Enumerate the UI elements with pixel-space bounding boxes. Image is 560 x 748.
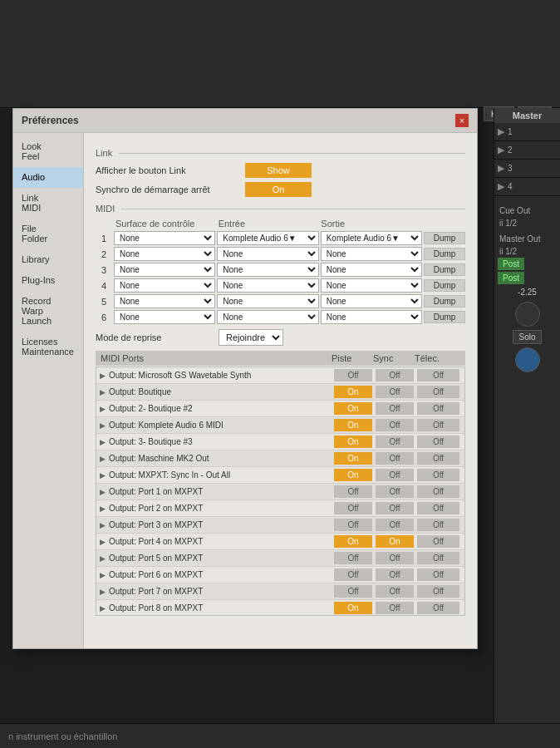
port-arrow-9: ▶ bbox=[100, 504, 106, 513]
port-telec-btn-11[interactable]: Off bbox=[417, 535, 459, 548]
port-piste-btn-14[interactable]: Off bbox=[334, 585, 372, 598]
dump-btn-5[interactable]: Dump bbox=[424, 295, 465, 308]
port-telec-btn-12[interactable]: Off bbox=[417, 552, 459, 564]
sync-on-button[interactable]: On bbox=[245, 182, 312, 197]
port-label-6: Output: Maschine MK2 Out bbox=[109, 454, 209, 463]
sync-label: Synchro de démarrage arrêt bbox=[96, 185, 245, 194]
sidebar-item-licenses[interactable]: Licenses Maintenance bbox=[13, 332, 83, 362]
port-piste-btn-15[interactable]: On bbox=[334, 602, 372, 614]
port-sync-btn-2[interactable]: Off bbox=[376, 386, 414, 398]
midi-row-1: 1 None Komplete Audio 6▼ Komplete Audio … bbox=[96, 231, 465, 245]
midi-output-1[interactable]: Komplete Audio 6▼ bbox=[321, 231, 422, 245]
port-piste-btn-2[interactable]: On bbox=[334, 386, 372, 398]
port-telec-btn-14[interactable]: Off bbox=[417, 585, 459, 598]
sidebar-item-look[interactable]: Look Feel bbox=[13, 136, 83, 167]
post-button-2[interactable]: Post bbox=[498, 272, 524, 284]
telec-header: Télec. bbox=[415, 353, 460, 363]
port-label-13: Output: Port 6 on MXPXT bbox=[109, 570, 203, 579]
volume-knob[interactable] bbox=[515, 302, 540, 327]
port-sync-btn-14[interactable]: Off bbox=[376, 585, 414, 598]
port-sync-btn-3[interactable]: Off bbox=[376, 402, 414, 415]
sidebar-item-link[interactable]: Link MIDI bbox=[13, 188, 83, 219]
port-label-5: Output: 3- Boutique #3 bbox=[109, 437, 193, 446]
post-button-1[interactable]: Post bbox=[498, 258, 524, 270]
midi-input-3[interactable]: None bbox=[217, 263, 318, 277]
port-piste-btn-1[interactable]: Off bbox=[334, 369, 372, 381]
dump-btn-4[interactable]: Dump bbox=[424, 279, 465, 292]
solo-button[interactable]: Solo bbox=[513, 330, 541, 344]
sidebar-item-audio[interactable]: Audio bbox=[13, 167, 83, 188]
port-telec-btn-4[interactable]: Off bbox=[417, 419, 459, 431]
midi-output-3[interactable]: None bbox=[321, 263, 422, 277]
show-link-button[interactable]: Show bbox=[245, 163, 312, 178]
midi-surface-2[interactable]: None bbox=[114, 247, 215, 261]
port-sync-btn-8[interactable]: Off bbox=[376, 485, 414, 498]
port-sync-btn-12[interactable]: Off bbox=[376, 552, 414, 564]
port-telec-btn-9[interactable]: Off bbox=[417, 502, 459, 514]
port-sync-btn-10[interactable]: Off bbox=[376, 519, 414, 531]
sidebar-item-record[interactable]: Record Warp Launch bbox=[13, 291, 83, 332]
dump-btn-3[interactable]: Dump bbox=[424, 263, 465, 276]
port-piste-btn-6[interactable]: On bbox=[334, 452, 372, 465]
port-telec-btn-3[interactable]: Off bbox=[417, 402, 459, 415]
port-arrow-5: ▶ bbox=[100, 438, 106, 446]
midi-output-6[interactable]: None bbox=[321, 310, 422, 324]
port-telec-btn-13[interactable]: Off bbox=[417, 568, 459, 581]
port-telec-btn-2[interactable]: Off bbox=[417, 386, 459, 398]
mode-select[interactable]: Rejoindre bbox=[219, 329, 283, 346]
port-piste-btn-8[interactable]: Off bbox=[334, 485, 372, 498]
port-sync-btn-6[interactable]: Off bbox=[376, 452, 414, 465]
port-telec-btn-5[interactable]: Off bbox=[417, 436, 459, 448]
pan-knob[interactable] bbox=[515, 347, 540, 372]
port-piste-btn-5[interactable]: On bbox=[334, 436, 372, 448]
port-telec-btn-6[interactable]: Off bbox=[417, 452, 459, 465]
midi-output-2[interactable]: None bbox=[321, 247, 422, 261]
port-telec-btn-10[interactable]: Off bbox=[417, 519, 459, 531]
mode-label: Mode de reprise bbox=[96, 332, 212, 342]
port-sync-btn-5[interactable]: Off bbox=[376, 436, 414, 448]
midi-input-4[interactable]: None bbox=[217, 278, 318, 293]
dump-btn-2[interactable]: Dump bbox=[424, 248, 465, 260]
port-arrow-3: ▶ bbox=[100, 405, 106, 413]
port-piste-btn-12[interactable]: Off bbox=[334, 552, 372, 564]
midi-surface-4[interactable]: None bbox=[114, 278, 215, 293]
midi-surface-1[interactable]: None bbox=[114, 231, 215, 245]
port-piste-btn-3[interactable]: On bbox=[334, 402, 372, 415]
port-piste-btn-13[interactable]: Off bbox=[334, 568, 372, 581]
port-sync-btn-1[interactable]: Off bbox=[376, 369, 414, 381]
port-sync-btn-13[interactable]: Off bbox=[376, 568, 414, 581]
midi-input-5[interactable]: None bbox=[217, 294, 318, 308]
port-sync-btn-15[interactable]: Off bbox=[376, 602, 414, 614]
port-telec-btn-1[interactable]: Off bbox=[417, 369, 459, 381]
sidebar-item-file[interactable]: File Folder bbox=[13, 219, 83, 249]
port-sync-btn-4[interactable]: Off bbox=[376, 419, 414, 431]
track-row-3: ▶ 3 bbox=[494, 160, 560, 178]
port-piste-btn-4[interactable]: On bbox=[334, 419, 372, 431]
midi-output-5[interactable]: None bbox=[321, 294, 422, 308]
port-sync-btn-11[interactable]: On bbox=[376, 535, 414, 548]
midi-input-6[interactable]: None bbox=[217, 310, 318, 324]
dump-btn-1[interactable]: Dump bbox=[424, 232, 465, 244]
port-piste-btn-11[interactable]: On bbox=[334, 535, 372, 548]
midi-surface-3[interactable]: None bbox=[114, 263, 215, 277]
dump-btn-6[interactable]: Dump bbox=[424, 311, 465, 323]
port-sync-btn-7[interactable]: Off bbox=[376, 469, 414, 481]
ports-scroll[interactable]: ▶ Output: Microsoft GS Wavetable Synth O… bbox=[96, 367, 465, 616]
top-bar bbox=[0, 0, 560, 108]
midi-input-2[interactable]: None bbox=[217, 247, 318, 261]
port-telec-btn-8[interactable]: Off bbox=[417, 485, 459, 498]
midi-input-1[interactable]: Komplete Audio 6▼ bbox=[217, 231, 318, 245]
midi-row-6: 6 None None None Dump bbox=[96, 310, 465, 324]
port-sync-btn-9[interactable]: Off bbox=[376, 502, 414, 514]
port-telec-btn-7[interactable]: Off bbox=[417, 469, 459, 481]
port-piste-btn-10[interactable]: Off bbox=[334, 519, 372, 531]
midi-surface-6[interactable]: None bbox=[114, 310, 215, 324]
midi-output-4[interactable]: None bbox=[321, 278, 422, 293]
sidebar-item-plugins[interactable]: Plug-Ins bbox=[13, 270, 83, 291]
midi-surface-5[interactable]: None bbox=[114, 294, 215, 308]
port-telec-btn-15[interactable]: Off bbox=[417, 602, 459, 614]
port-piste-btn-9[interactable]: Off bbox=[334, 502, 372, 514]
sidebar-item-library[interactable]: Library bbox=[13, 249, 83, 270]
port-piste-btn-7[interactable]: On bbox=[334, 469, 372, 481]
close-button[interactable]: × bbox=[455, 114, 469, 127]
